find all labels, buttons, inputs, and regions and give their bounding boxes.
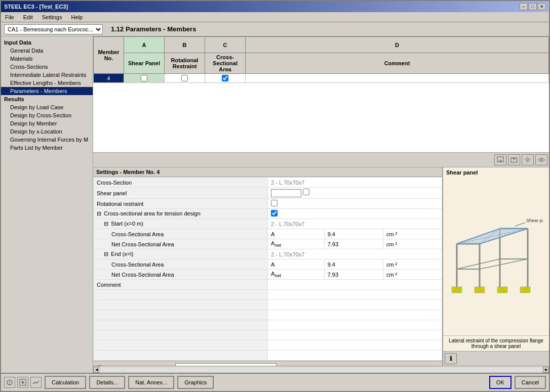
nat-annex-btn[interactable]: Nat. Annex...	[128, 376, 174, 389]
th-col-d: D	[246, 37, 549, 53]
cross-sectional-area-checkbox[interactable]	[222, 75, 228, 81]
sidebar-item-design-load-case[interactable]: Design by Load Case	[1, 103, 93, 111]
sidebar-item-parameters-members[interactable]: Parameters - Members	[1, 87, 93, 95]
menu-help[interactable]: Help	[69, 14, 85, 21]
setting-row-cross-sectional-area: ⊟ Cross-sectional area for tension desig…	[94, 209, 442, 219]
rotational-restraint-checkbox[interactable]	[181, 75, 188, 81]
cross-sectional-area-settings-checkbox[interactable]	[271, 210, 278, 216]
ncsa-start-unit: cm ²	[383, 239, 442, 249]
rotational-settings-checkbox[interactable]	[271, 200, 278, 206]
settings-icon-btn[interactable]	[522, 154, 534, 165]
info-panel-title: Shear panel	[443, 167, 549, 178]
shear-panel-settings-checkbox[interactable]	[303, 189, 309, 195]
cross-section-label: Cross-Section	[94, 178, 268, 188]
footer-icon-1[interactable]	[4, 377, 15, 388]
setting-row-ncsa-start: Net Cross-Sectional Area Anet 7.93 cm ²	[94, 239, 442, 249]
scroll-left-btn[interactable]: ◀	[93, 367, 99, 373]
shear-panel-input[interactable]	[268, 188, 442, 199]
settings-panel: Settings - Member No. 4 Cross-Section 2 …	[93, 167, 443, 366]
footer-icon-3[interactable]	[30, 377, 42, 388]
csa-end-label: Cross-Sectional Area	[94, 259, 268, 270]
th-cross-sectional-area: Cross-Sectional Area	[205, 53, 246, 74]
th-shear-panel: Shear Panel	[124, 53, 165, 74]
top-bar: CA1 - Bemessung nach Eurococ... 1.12 Par…	[1, 22, 549, 36]
calculation-btn[interactable]: Calculation	[45, 376, 86, 389]
svg-line-31	[457, 259, 500, 269]
sidebar-item-cross-sections[interactable]: Cross-Sections	[1, 63, 93, 71]
details-btn[interactable]: Details...	[89, 376, 125, 389]
info-description: Lateral restraint of the compression fla…	[443, 335, 549, 351]
sidebar-item-design-member[interactable]: Design by Member	[1, 119, 93, 127]
ncsa-start-symbol: Anet	[268, 239, 325, 249]
cell-cross-sectional-area[interactable]	[205, 74, 246, 83]
cancel-btn[interactable]: Cancel	[515, 376, 546, 389]
ncsa-end-symbol: Anet	[268, 270, 325, 280]
sidebar-item-design-x-location[interactable]: Design by x-Location	[1, 127, 93, 136]
ncsa-end-unit: cm ²	[383, 270, 442, 280]
maximize-btn[interactable]: □	[529, 3, 537, 10]
empty-row-4	[94, 320, 442, 330]
menu-settings[interactable]: Settings	[40, 14, 64, 21]
setting-row-end: ⊟ End (x=l) 2 - L 70x70x7	[94, 249, 442, 259]
view-icon-btn[interactable]	[535, 154, 547, 165]
collapse-start-icon[interactable]: ⊟	[104, 221, 108, 227]
sidebar-item-lateral-restraints[interactable]: Intermediate Lateral Restraints	[1, 71, 93, 79]
settings-title: Settings - Member No. 4	[93, 167, 442, 177]
info-panel: Shear panel	[443, 167, 549, 366]
content-area: Input Data General Data Materials Cross-…	[1, 36, 549, 373]
bottom-area: Settings - Member No. 4 Cross-Section 2 …	[93, 167, 549, 366]
sidebar-item-design-cross-section[interactable]: Design by Cross-Section	[1, 111, 93, 119]
sidebar-item-effective-lengths[interactable]: Effective Lengths - Members	[1, 79, 93, 87]
cell-comment[interactable]	[246, 74, 549, 83]
minimize-btn[interactable]: ─	[520, 3, 528, 10]
csa-start-symbol: A	[268, 229, 325, 239]
menu-bar: File Edit Settings Help	[1, 12, 549, 22]
svg-point-6	[541, 159, 542, 161]
shear-panel-checkbox[interactable]	[141, 75, 147, 81]
svg-line-33	[515, 223, 525, 226]
cell-rotational-restraint[interactable]	[165, 74, 205, 83]
csa-end-value: 9.4	[324, 259, 383, 270]
case-dropdown[interactable]: CA1 - Bemessung nach Eurococ...	[4, 24, 103, 34]
export-btn-1[interactable]	[494, 154, 506, 165]
ok-btn[interactable]: OK	[489, 376, 512, 389]
setting-row-shear-panel: Shear panel	[94, 188, 442, 199]
footer-icon-2[interactable]	[17, 377, 28, 388]
sidebar-item-parts-list[interactable]: Parts List by Member	[1, 144, 93, 152]
info-diagram: Shear panel	[443, 178, 549, 335]
table-toolbar	[93, 153, 549, 167]
svg-line-32	[480, 259, 528, 269]
info-help-btn[interactable]: ℹ	[445, 353, 457, 364]
empty-row-5	[94, 330, 442, 340]
cell-shear-panel[interactable]	[124, 74, 165, 83]
menu-edit[interactable]: Edit	[21, 14, 35, 21]
scroll-right-btn[interactable]: ▶	[543, 367, 549, 373]
svg-point-4	[527, 159, 529, 161]
th-col-b: B	[165, 37, 205, 53]
export-btn-2[interactable]	[508, 154, 520, 165]
ncsa-start-label: Net Cross-Sectional Area	[94, 239, 268, 249]
close-btn[interactable]: ✕	[538, 3, 546, 10]
shear-panel-svg: Shear panel	[449, 203, 543, 310]
cell-member-no[interactable]: 4	[94, 74, 124, 83]
scroll-track	[99, 367, 543, 372]
sidebar: Input Data General Data Materials Cross-…	[1, 36, 93, 373]
sidebar-item-governing-forces[interactable]: Governing Internal Forces by M	[1, 136, 93, 144]
right-area: Member No. A B C	[93, 36, 549, 373]
comment-label: Comment	[94, 280, 268, 290]
shear-panel-text-input[interactable]	[271, 189, 301, 197]
rotational-value[interactable]	[268, 199, 442, 209]
comment-value[interactable]	[268, 280, 442, 290]
settings-table: Cross-Section 2 - L 70x70x7 Shear panel	[93, 177, 442, 361]
th-col-c: C	[205, 37, 246, 53]
setting-row-cross-section: Cross-Section 2 - L 70x70x7	[94, 178, 442, 188]
sidebar-item-general-data[interactable]: General Data	[1, 47, 93, 55]
collapse-end-icon[interactable]: ⊟	[104, 251, 108, 257]
section-title: 1.12 Parameters - Members	[111, 25, 196, 33]
main-window: STEEL EC3 - [Test_EC3] ─ □ ✕ File Edit S…	[0, 0, 550, 392]
cross-sectional-area-value[interactable]	[268, 209, 442, 219]
collapse-cross-sectional-icon[interactable]: ⊟	[97, 210, 101, 216]
menu-file[interactable]: File	[3, 14, 16, 21]
graphics-btn[interactable]: Graphics	[177, 376, 214, 389]
sidebar-item-materials[interactable]: Materials	[1, 55, 93, 63]
